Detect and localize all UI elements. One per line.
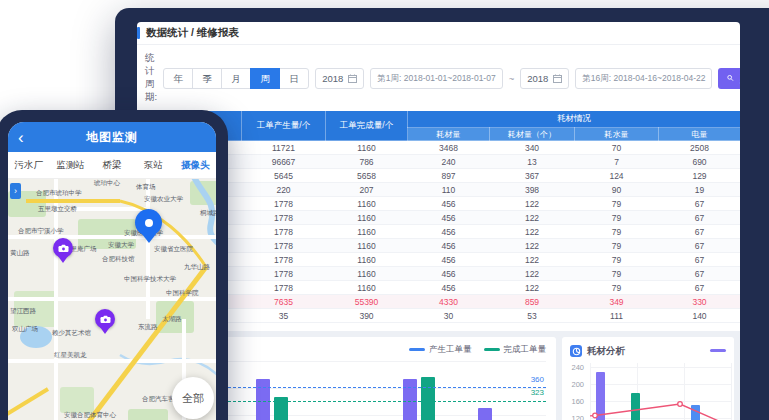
col-group-consumables: 耗材情况	[408, 111, 741, 128]
phone-screen: ‹ 地图监测 污水厂监测站桥梁泵站摄像头	[8, 122, 216, 420]
workorder-bar	[403, 379, 417, 420]
breadcrumb-text: 数据统计 / 维修报表	[146, 26, 239, 40]
consumable-chart-card: 耗材分析 2402001601208040	[562, 337, 734, 420]
map-label: 赖少其艺术馆	[52, 329, 91, 338]
map-label: 双山广场	[12, 325, 38, 334]
y-tick-label: 120	[562, 415, 584, 420]
phone-tab-污水厂[interactable]: 污水厂	[8, 159, 50, 172]
workorder-bar	[478, 408, 492, 420]
phone-tab-bar: 污水厂监测站桥梁泵站摄像头	[8, 152, 216, 179]
legend-label: 完成工单量	[504, 344, 547, 354]
generated-legend-swatch	[409, 348, 425, 351]
completed-legend-swatch	[484, 348, 500, 351]
legend-item-generated: 产生工单量	[409, 344, 472, 356]
map-view[interactable]: 琥珀中心合肥市琥珀中学体育场安徽农业大学五里墩立交桥桐城路合肥市宁溪小学安徽医科…	[8, 179, 216, 420]
back-icon[interactable]: ‹	[18, 129, 24, 146]
camera-icon	[58, 244, 69, 253]
subcol-2: 耗材量（个）	[490, 128, 575, 141]
phone-header: ‹ 地图监测	[8, 122, 216, 152]
map-label: 合肥市宁溪小学	[18, 227, 64, 236]
breadcrumb: 数据统计 / 维修报表	[137, 22, 740, 45]
camera-marker[interactable]	[53, 238, 73, 258]
col-generated: 工单产生量/个	[242, 111, 326, 141]
period-option-月[interactable]: 月	[221, 68, 251, 89]
legend-item-completed: 完成工单量	[484, 344, 547, 356]
consumable-chart-title: 耗材分析	[587, 345, 625, 358]
reference-line-label: 360	[531, 376, 544, 384]
period-label: 统计周期:	[145, 52, 157, 104]
calendar-icon	[553, 74, 562, 83]
period-segmented-control: 年季月周日	[163, 68, 309, 89]
reference-line-label: 323	[531, 389, 544, 397]
y-tick-label: 200	[562, 381, 584, 389]
period-option-日[interactable]: 日	[279, 68, 309, 89]
consumable-chart-header: 耗材分析	[562, 337, 734, 361]
end-week-input[interactable]: 第16周: 2018-04-16~2018-04-22	[575, 68, 712, 89]
breadcrumb-accent-bar	[137, 27, 140, 39]
phone-tab-摄像头[interactable]: 摄像头	[174, 159, 216, 172]
camera-marker[interactable]	[95, 309, 115, 329]
search-icon	[727, 73, 734, 83]
map-label: 中国科学技术大学	[124, 275, 176, 284]
map-label: 安徽农业大学	[144, 195, 183, 204]
map-label: 琥珀中心	[94, 179, 120, 188]
map-label: 安徽合肥体育中心	[64, 411, 116, 420]
map-label: 东流路	[138, 323, 158, 332]
legend-label: 产生工单量	[429, 344, 472, 354]
workorder-bar	[421, 377, 435, 420]
map-label: 桐城路	[200, 209, 216, 218]
selected-camera-pin[interactable]	[135, 209, 162, 236]
right-chart-legend-swatch	[710, 349, 726, 352]
map-label: 合肥科技馆	[102, 255, 135, 264]
phone-tab-泵站[interactable]: 泵站	[133, 159, 175, 172]
phone-tab-桥梁[interactable]: 桥梁	[91, 159, 133, 172]
map-label: 安徽大学	[108, 241, 134, 250]
query-button-label: 查询	[738, 65, 740, 91]
phone-mockup: ‹ 地图监测 污水厂监测站桥梁泵站摄像头	[0, 110, 228, 420]
start-week-input[interactable]: 第1周: 2018-01-01~2018-01-07	[370, 68, 502, 89]
pin-dot	[145, 219, 153, 227]
workorder-chart-legend: 产生工单量 完成工单量	[409, 344, 546, 356]
trend-line	[590, 363, 732, 420]
period-option-年[interactable]: 年	[163, 68, 193, 89]
map-label: 太湖路	[162, 315, 182, 324]
map-label: 黄山路	[10, 249, 30, 258]
col-completed: 工单完成量/个	[326, 111, 408, 141]
y-tick-label: 240	[562, 364, 584, 372]
range-separator: ~	[509, 73, 515, 84]
map-label: 五里墩立交桥	[38, 205, 77, 214]
show-all-button[interactable]: 全部	[172, 377, 214, 419]
period-option-周[interactable]: 周	[250, 68, 280, 89]
camera-icon	[100, 315, 111, 324]
consumables-analysis-icon	[570, 345, 582, 357]
y-tick-label: 160	[562, 398, 584, 406]
calendar-icon	[348, 74, 357, 83]
map-label: 安徽省立医院	[154, 245, 193, 254]
end-year-value: 2018	[527, 73, 548, 84]
map-expand-button[interactable]: ›	[10, 183, 21, 199]
start-year-select[interactable]: 2018	[315, 68, 364, 89]
period-option-季[interactable]: 季	[192, 68, 222, 89]
query-button[interactable]: 查询	[718, 68, 740, 89]
map-label: 望江西路	[10, 307, 36, 316]
consumable-plot-wrap: 2402001601208040	[590, 363, 730, 420]
subcol-3: 耗水量	[575, 128, 659, 141]
map-label: 合肥市琥珀中学	[36, 189, 82, 198]
start-year-value: 2018	[322, 73, 343, 84]
map-label: 红星美凯龙	[54, 351, 87, 360]
phone-title: 地图监测	[86, 129, 138, 146]
map-label: 九华山路	[184, 263, 210, 272]
end-year-select[interactable]: 2018	[520, 68, 569, 89]
map-label: 体育场	[136, 183, 156, 192]
phone-tab-监测站[interactable]: 监测站	[50, 159, 92, 172]
filter-bar: 统计周期: 年季月周日 2018 第1周: 2018-01-01~2018-01…	[137, 45, 740, 110]
map-label: 中国科学院	[166, 289, 199, 298]
screenshot-stage: 数据统计 / 维修报表 统计周期: 年季月周日 2018 第1周: 2018-0…	[0, 0, 769, 420]
workorder-bar	[256, 379, 270, 420]
subcol-1: 耗材量	[408, 128, 490, 141]
consumable-bar-plot	[590, 363, 732, 420]
subcol-4: 电量	[659, 128, 741, 141]
